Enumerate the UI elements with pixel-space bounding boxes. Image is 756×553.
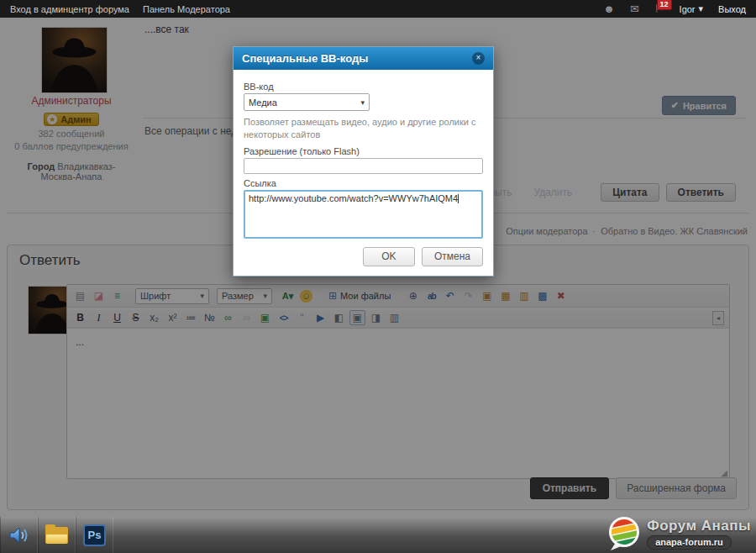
ok-button[interactable]: OK <box>363 247 415 266</box>
bbcode-description: Позволяет размещать видео, аудио и други… <box>244 116 483 141</box>
messages-icon[interactable]: ✉ <box>630 3 639 15</box>
taskbar: Ps Форум Анапы anapa-forum.ru <box>0 517 756 553</box>
bbcode-label: BB-код <box>244 82 483 92</box>
photoshop-taskbar-button[interactable]: Ps <box>76 517 113 553</box>
user-menu[interactable]: Igor▾ <box>680 3 704 14</box>
link-textarea[interactable]: http://www.youtube.com/watch?v=WWYw7hAIQ… <box>244 190 483 239</box>
bbcode-select[interactable]: Медиа ▾ <box>244 93 370 111</box>
speaker-icon <box>8 525 30 545</box>
modal-header: Специальные BB-коды × <box>234 47 493 70</box>
modal-footer: OK Отмена <box>244 247 483 266</box>
bbcode-selected-value: Медиа <box>249 97 277 108</box>
modal-title: Специальные BB-коды <box>242 52 368 65</box>
admin-center-link[interactable]: Вход в админцентр форума <box>10 4 129 14</box>
watermark-url: anapa-forum.ru <box>647 535 732 550</box>
link-label: Ссылка <box>244 178 483 188</box>
moderator-panel-link[interactable]: Панель Модератора <box>143 4 230 14</box>
explorer-taskbar-button[interactable] <box>38 517 76 553</box>
username: Igor <box>680 4 696 14</box>
chevron-down-icon: ▾ <box>699 3 704 14</box>
topbar-right: ☻ ✉ ⚑12 Igor▾ Выход <box>603 3 746 15</box>
logout-link[interactable]: Выход <box>718 4 746 14</box>
friends-icon[interactable]: ☻ <box>603 3 615 15</box>
folder-icon <box>45 527 68 544</box>
forum-logo-icon <box>607 516 641 551</box>
cancel-button[interactable]: Отмена <box>422 247 483 266</box>
modal-body: BB-код Медиа ▾ Позволяет размещать видео… <box>234 70 493 276</box>
resolution-label: Разрешение (только Flash) <box>244 146 483 156</box>
close-icon[interactable]: × <box>472 52 485 65</box>
text-cursor <box>458 194 459 203</box>
link-value: http://www.youtube.com/watch?v=WWYw7hAIQ… <box>249 193 458 203</box>
watermark-title: Форум Анапы <box>647 518 751 535</box>
resolution-input[interactable] <box>244 158 483 174</box>
notification-badge: 12 <box>657 0 672 10</box>
watermark-text: Форум Анапы anapa-forum.ru <box>647 518 751 550</box>
forum-page: Вход в админцентр форума Панель Модерато… <box>0 0 756 553</box>
site-watermark: Форум Анапы anapa-forum.ru <box>607 516 751 551</box>
photoshop-icon: Ps <box>83 524 106 546</box>
admin-topbar: Вход в админцентр форума Панель Модерато… <box>0 0 756 18</box>
volume-taskbar-button[interactable] <box>0 517 38 553</box>
bbcode-modal: Специальные BB-коды × BB-код Медиа ▾ Поз… <box>233 46 494 276</box>
chevron-down-icon: ▾ <box>360 98 365 107</box>
notifications-icon[interactable]: ⚑12 <box>654 3 664 15</box>
